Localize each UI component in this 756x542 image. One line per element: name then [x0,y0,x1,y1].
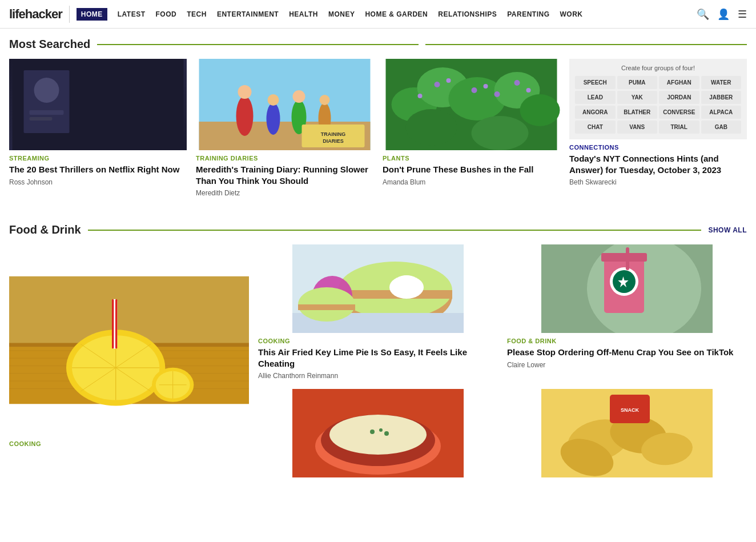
conn-cell-10: CONVERSE [659,106,699,119]
conn-cell-15: GAB [701,121,742,134]
conn-cell-0: SPEECH [575,76,616,89]
svg-point-9 [267,103,280,135]
card-thriller[interactable]: STREAMING The 20 Best Thrillers on Netfl… [9,59,187,197]
svg-point-28 [472,87,477,93]
food-title-underline [88,230,702,231]
card-title-plants: Don't Prune These Bushes in the Fall [383,164,560,175]
search-icon[interactable]: 🔍 [697,8,709,21]
nav-item-home-garden[interactable]: HOME & GARDEN [365,10,428,18]
nav-item-home[interactable]: HOME [77,8,107,21]
food-starbucks-image [507,244,747,333]
nav-item-latest[interactable]: LATEST [118,10,146,18]
svg-point-33 [494,91,500,97]
food-card-bowl[interactable] [258,389,498,482]
conn-cell-3: WATER [701,76,742,89]
card-running[interactable]: TRAINING DIARIES TRAINING DIARIES Meredi… [196,59,373,197]
nav-item-health[interactable]: HEALTH [289,10,318,18]
most-searched-title: Most Searched [9,38,90,51]
svg-point-27 [447,78,451,83]
svg-point-8 [238,85,252,99]
food-starbucks-category: FOOD & DRINK [507,338,747,344]
connections-widget: Create four groups of four! SPEECH PUMA … [569,59,747,139]
logo-hacker: hacker [25,7,62,21]
svg-point-62 [399,275,415,286]
food-grid: COOKING AIR FRYDAY [9,244,747,482]
svg-rect-72 [601,253,647,262]
card-image-thriller [9,59,187,150]
nav-item-relationships[interactable]: RELATIONSHIPS [438,10,497,18]
svg-point-25 [472,116,529,150]
svg-point-32 [418,94,423,98]
food-drink-title: Food & Drink [9,223,81,236]
user-icon[interactable]: 👤 [717,8,730,21]
show-all-button[interactable]: SHOW ALL [708,226,747,234]
food-drink-section: Food & Drink SHOW ALL [0,214,756,482]
most-searched-section: Most Searched STREAMING The 20 Best Thri… [0,29,756,197]
food-pie-image: AIR FRYDAY [258,244,498,333]
nav-item-money[interactable]: MONEY [328,10,355,18]
conn-cell-13: VANS [617,121,658,134]
svg-point-80 [329,415,427,455]
svg-text:DIARIES: DIARIES [323,138,344,144]
food-card-chips[interactable]: SNACK [507,389,747,482]
nav-item-entertainment[interactable]: ENTERTAINMENT [217,10,279,18]
section-header: Most Searched [9,38,747,51]
svg-point-23 [520,94,560,126]
conn-cell-6: JORDAN [659,91,699,104]
nav-item-parenting[interactable]: PARENTING [507,10,549,18]
nav-item-tech[interactable]: TECH [187,10,207,18]
site-logo[interactable]: lifehacker [9,7,62,22]
conn-cell-1: PUMA [617,76,658,89]
card-category-plants: PLANTS [383,155,560,162]
card-author-running: Meredith Dietz [196,189,373,197]
card-image-running: TRAINING DIARIES [196,59,373,150]
menu-icon[interactable]: ☰ [738,8,747,21]
svg-point-24 [406,109,457,146]
food-starbucks-title: Please Stop Ordering Off-Menu Crap You S… [507,347,747,358]
conn-cell-9: BLATHER [617,106,658,119]
logo-life: life [9,7,25,21]
most-searched-grid: STREAMING The 20 Best Thrillers on Netfl… [9,59,747,197]
svg-rect-50 [112,299,114,349]
svg-point-26 [435,82,440,87]
nav-item-work[interactable]: WORK [560,10,583,18]
food-pie-author: Allie Chanthorn Reinmann [258,372,498,380]
card-title-connections: Today's NYT Connections Hints (and Answe… [569,153,747,175]
food-section-header: Food & Drink SHOW ALL [9,223,747,236]
nav-items: HOME LATEST FOOD TECH ENTERTAINMENT HEAL… [77,8,697,21]
conn-cell-7: JABBER [701,91,742,104]
food-starbucks-author: Claire Lower [507,361,747,369]
svg-point-29 [484,84,488,89]
svg-rect-4 [30,117,53,121]
nav-item-food[interactable]: FOOD [156,10,177,18]
food-chips-image: SNACK [507,389,747,477]
card-author-plants: Amanda Blum [383,178,560,186]
svg-point-83 [384,431,389,436]
svg-text:SNACK: SNACK [621,407,640,413]
connections-header: Create four groups of four! [575,65,741,71]
conn-cell-11: ALPACA [701,106,742,119]
food-bowl-image [258,389,498,477]
nav-divider [69,6,70,23]
svg-point-30 [514,80,520,86]
card-plants[interactable]: PLANTS Don't Prune These Bushes in the F… [383,59,560,197]
card-title-thriller: The 20 Best Thrillers on Netflix Right N… [9,164,187,175]
svg-point-31 [526,88,531,93]
card-title-running: Meredith's Training Diary: Running Slowe… [196,164,373,186]
card-category-connections: CONNECTIONS [569,144,747,151]
food-card-main[interactable]: COOKING [9,244,249,482]
svg-point-12 [293,90,305,103]
title-underline [97,44,419,45]
food-card-starbucks[interactable]: FOOD & DRINK Please Stop Ordering Off-Me… [507,244,747,380]
conn-cell-12: CHAT [575,121,616,134]
conn-cell-14: TRIAL [659,121,699,134]
svg-text:TRAINING: TRAINING [321,131,346,137]
section-title-row: Most Searched [9,38,747,51]
food-pie-category: COOKING [258,338,498,344]
svg-rect-68 [298,304,355,310]
svg-point-10 [268,94,279,106]
svg-rect-76 [626,247,629,270]
food-card-pie[interactable]: AIR FRYDAY COOKING This Air Fried Key Li… [258,244,498,380]
card-connections[interactable]: Create four groups of four! SPEECH PUMA … [569,59,747,197]
card-image-plants [383,59,560,150]
